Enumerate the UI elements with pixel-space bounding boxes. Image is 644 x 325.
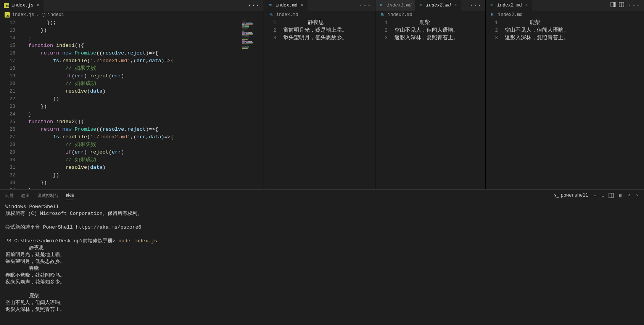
kill-terminal-icon[interactable]: 🗑 [618,193,623,198]
tab-overflow-icon[interactable]: ··· [248,2,260,9]
tab-label: index1.md [387,3,412,8]
tab-overflow-icon[interactable]: ··· [359,2,371,9]
tab-label: index2.md [426,3,451,8]
panel-tabbar: 问题 输出 调试控制台 终端 ❯_ powershell ＋ ⌄ 🗑 ＾ × [0,190,644,201]
js-file-icon [5,12,10,18]
close-tab-icon[interactable]: × [453,3,458,8]
split-down-icon[interactable] [619,2,624,7]
md-file-icon [379,3,385,8]
md-file-icon [269,12,274,18]
tab-indexjs[interactable]: index.js × [0,0,43,11]
md-file-icon [419,3,424,8]
editor-grid: index.js × ··· index.js › ⬡ index1 12131… [0,0,644,189]
close-tab-icon[interactable]: × [300,3,304,8]
breadcrumb-item: index2.md [388,12,412,18]
panel-tab-debug[interactable]: 调试控制台 [37,191,58,200]
editor-pane-indexjs: index.js × ··· index.js › ⬡ index1 12131… [0,0,264,189]
terminal-dropdown-icon[interactable]: ⌄ [602,193,604,198]
tab-index1md[interactable]: index1.md [375,0,415,11]
editor-layout-icons [610,2,624,9]
maximize-panel-icon[interactable]: ＾ [627,193,631,199]
terminal-picker-label: powershell [561,193,588,198]
editor-pane-indexmd: index.md × ··· index.md 123 静夜思窗前明月光，疑是地… [264,0,375,189]
symbol-icon: ⬡ [42,12,45,18]
tab-index2md[interactable]: index2.md × [486,0,532,11]
editor-pane-index2md: index2.md × ··· index2.md 123 鹿柴空山不见人，但闻… [486,0,644,189]
tab-label: index.js [11,3,34,8]
close-tab-icon[interactable]: × [524,3,529,8]
line-gutter: 1213141516171819202122232425262728293031… [0,19,22,189]
chevron-right-icon: › [37,12,39,18]
text-editor[interactable]: 123 鹿柴空山不见人，但闻人语响。返影入深林，复照青苔上。 [486,19,644,189]
md-file-icon [489,3,495,8]
tab-label: index.md [275,3,298,8]
code-lines[interactable]: }); }) } function index1(){ return new P… [22,19,242,189]
editor-pane-group3: index1.md index2.md × ··· index2.md 123 … [375,0,486,189]
tabbar: index1.md index2.md × ··· [375,0,485,11]
close-tab-icon[interactable]: × [36,3,40,8]
breadcrumb[interactable]: index.js › ⬡ index1 [0,11,264,19]
bottom-panel: 问题 输出 调试控制台 终端 ❯_ powershell ＋ ⌄ 🗑 ＾ × W… [0,189,644,325]
line-gutter: 123 [486,19,505,189]
terminal-output[interactable]: Windows PowerShell版权所有 (C) Microsoft Cor… [0,201,644,325]
panel-tab-output[interactable]: 输出 [21,191,30,200]
md-file-icon [380,12,385,18]
new-terminal-icon[interactable]: ＋ [593,193,597,199]
tabbar: index.md × ··· [264,0,375,11]
tab-index2md[interactable]: index2.md × [415,0,461,11]
panel-tab-terminal[interactable]: 终端 [66,191,74,200]
breadcrumb-item: index.md [276,12,298,18]
tab-overflow-icon[interactable]: ··· [628,2,640,9]
tab-overflow-icon[interactable]: ··· [469,2,481,9]
breadcrumb[interactable]: index.md [264,11,375,19]
split-right-icon[interactable] [610,2,616,7]
terminal-icon: ❯_ [554,193,559,199]
js-file-icon [4,3,9,8]
breadcrumb-item: index1 [48,12,64,18]
text-editor[interactable]: 123 静夜思窗前明月光，疑是地上霜。举头望明月，低头思故乡。 [264,19,375,189]
breadcrumb[interactable]: index2.md [486,11,644,19]
tabbar: index.js × ··· [0,0,264,11]
breadcrumb-item: index2.md [498,12,523,18]
breadcrumb[interactable]: index2.md [375,11,485,19]
line-gutter: 123 [375,19,394,189]
split-terminal-icon[interactable] [609,193,614,198]
text-lines[interactable]: 鹿柴空山不见人，但闻人语响。返影入深林，复照青苔上。 [505,19,644,189]
text-lines[interactable]: 静夜思窗前明月光，疑是地上霜。举头望明月，低头思故乡。 [283,19,375,189]
tab-indexmd[interactable]: index.md × [264,0,308,11]
breadcrumb-item: index.js [12,12,34,18]
panel-tab-problems[interactable]: 问题 [5,191,14,200]
text-lines[interactable]: 鹿柴空山不见人，但闻人语响。返影入深林，复照青苔上。 [394,19,485,189]
terminal-picker[interactable]: ❯_ powershell [554,193,588,199]
tabbar: index2.md × ··· [486,0,644,11]
minimap[interactable] [242,19,264,189]
tab-label: index2.md [497,3,522,8]
svg-rect-1 [613,2,615,7]
code-editor[interactable]: 1213141516171819202122232425262728293031… [0,19,264,189]
md-file-icon [268,3,273,8]
line-gutter: 123 [264,19,283,189]
md-file-icon [490,12,496,18]
text-editor[interactable]: 123 鹿柴空山不见人，但闻人语响。返影入深林，复照青苔上。 [375,19,485,189]
close-panel-icon[interactable]: × [636,193,639,198]
